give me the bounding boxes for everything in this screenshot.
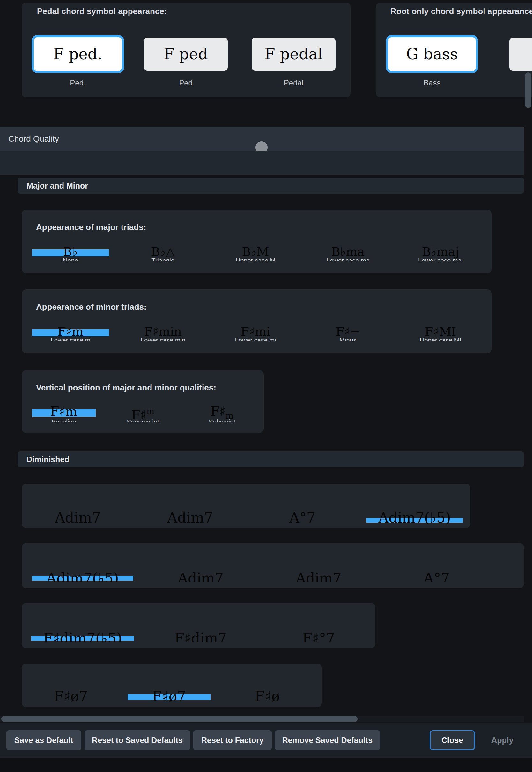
panel-heading: Appearance of minor triads:: [36, 302, 147, 312]
chord-appearance-option[interactable]: F♯°7: [260, 631, 375, 642]
chord-example: A°7: [246, 510, 358, 524]
chord-example: F♯ø7: [22, 689, 120, 702]
panel-minor-triads: Appearance of minor triads: F♯mLower cas…: [22, 289, 492, 353]
chord-example: F♯min: [117, 325, 209, 337]
chord-appearance-option[interactable]: Adim7: [142, 571, 260, 582]
chord-appearance-option[interactable]: B♭maLower case ma: [302, 246, 394, 261]
pedal-chord-appearance-label: Pedal chord symbol appearance:: [37, 6, 167, 16]
chord-example: F♯°7: [260, 631, 375, 642]
chord-appearance-option[interactable]: B♭MUpper case M: [209, 246, 302, 261]
chord-example: F♯m: [24, 405, 103, 419]
pedal-option-pedal[interactable]: F pedal: [252, 38, 336, 71]
chord-example: F♯ø: [218, 689, 316, 702]
chord-appearance-option[interactable]: F♯ø: [218, 689, 316, 702]
chord-appearance-option[interactable]: Adim7: [22, 510, 134, 524]
option-strip: Adim7Adim7A°7Adim7(♭5): [22, 510, 470, 524]
chord-example: A°7: [378, 571, 496, 582]
root-only-option-label: Bass: [386, 78, 478, 88]
root-only-option-bass[interactable]: G bass: [386, 35, 478, 73]
chord-example: F♯m: [103, 405, 182, 419]
chord-appearance-option[interactable]: A°7: [378, 571, 496, 582]
chord-appearance-option[interactable]: F♯mLower case m: [24, 325, 117, 341]
chord-appearance-option[interactable]: F♯−Minus: [302, 325, 394, 341]
chord-appearance-option[interactable]: F♯ø7: [120, 689, 218, 702]
subsection-title: Major and Minor: [26, 178, 524, 194]
chord-example: B♭maj: [394, 246, 487, 257]
chord-example: B♭△: [117, 246, 209, 257]
chord-example: F♯mi: [209, 325, 302, 337]
option-strip: F♯ø7F♯ø7F♯ø: [22, 689, 322, 702]
chord-example: Adim7: [142, 571, 260, 582]
chord-example: F♯m: [24, 325, 117, 337]
chord-appearance-option[interactable]: F♯miLower case mi: [209, 325, 302, 341]
option-label: Subscript: [182, 419, 262, 422]
panel-diminished-row-2: Adim7(♭5)Adim7Adim7A°7: [22, 543, 524, 588]
chord-example: F♯MI: [394, 325, 487, 337]
chord-example: B♭M: [209, 246, 302, 257]
option-strip: Adim7(♭5)Adim7Adim7A°7: [24, 571, 498, 582]
chord-example: Adim7: [22, 510, 134, 524]
pedal-option-label: Ped.: [32, 78, 124, 88]
remove-saved-defaults-button[interactable]: Remove Saved Defaults: [275, 730, 380, 750]
option-strip: B♭NoneB♭△TriangleB♭MUpper case MB♭maLowe…: [24, 246, 489, 261]
chord-example: B♭: [24, 246, 117, 257]
chord-appearance-option[interactable]: A°7: [246, 510, 358, 524]
bottom-edge-strip: [0, 758, 532, 772]
chord-appearance-option[interactable]: B♭None: [24, 246, 117, 261]
subsection-diminished: Diminished: [18, 451, 524, 467]
chord-example: Adim7(♭5): [24, 571, 142, 582]
option-strip: F♯mLower case mF♯minLower case minF♯miLo…: [24, 325, 489, 341]
chord-appearance-option[interactable]: F♯minLower case min: [117, 325, 209, 341]
horizontal-scrollbar-thumb[interactable]: [1, 716, 358, 722]
chord-example: F♯m: [182, 405, 262, 419]
panel-vertical-position: Vertical position of major and minor qua…: [22, 370, 264, 433]
chord-appearance-option[interactable]: F♯dim7(♭5): [24, 631, 142, 642]
panel-diminished-row-1: Adim7Adim7A°7Adim7(♭5): [22, 484, 470, 528]
chord-symbols-options-dialog: Pedal chord symbol appearance: F ped. F …: [0, 0, 532, 772]
chord-example: F♯dim7: [142, 631, 260, 642]
chord-example: Adim7: [260, 571, 378, 582]
chord-example: F♯ø7: [120, 689, 218, 702]
panel-diminished-row-3: F♯dim7(♭5)F♯dim7F♯°7: [22, 603, 375, 648]
chord-appearance-option[interactable]: Adim7: [260, 571, 378, 582]
option-strip: F♯mBaselineF♯mSuperscriptF♯mSubscript: [24, 405, 262, 422]
reset-to-factory-button[interactable]: Reset to Factory: [193, 730, 272, 750]
root-only-option-partial[interactable]: G: [509, 38, 532, 71]
pedal-option-label: Ped: [144, 78, 228, 88]
chord-appearance-option[interactable]: B♭△Triangle: [117, 246, 209, 261]
option-strip: F♯dim7(♭5)F♯dim7F♯°7: [24, 631, 375, 642]
panel-major-triads: Appearance of major triads: B♭NoneB♭△Tri…: [22, 210, 492, 273]
chord-appearance-option[interactable]: F♯mSuperscript: [103, 405, 182, 422]
chord-appearance-option[interactable]: F♯MIUpper case MI: [394, 325, 487, 341]
pedal-option-ped[interactable]: F ped: [144, 38, 228, 71]
option-label: Baseline: [24, 419, 103, 422]
chord-appearance-option[interactable]: Adim7(♭5): [358, 510, 470, 524]
close-button[interactable]: Close: [430, 730, 475, 750]
pedal-option-ped-dot[interactable]: F ped.: [32, 35, 124, 73]
root-only-chord-appearance-panel: Root only chord symbol appearance: G bas…: [376, 3, 532, 97]
panel-diminished-row-4: F♯ø7F♯ø7F♯ø: [22, 664, 322, 707]
save-as-default-button[interactable]: Save as Default: [6, 730, 81, 750]
partially-scrolled-row: [0, 151, 524, 175]
chord-appearance-option[interactable]: F♯mBaseline: [24, 405, 103, 422]
pedal-option-label: Pedal: [252, 78, 336, 88]
chord-example: F♯dim7(♭5): [24, 631, 142, 642]
chord-appearance-option[interactable]: Adim7: [134, 510, 246, 524]
apply-button[interactable]: Apply: [485, 730, 520, 750]
panel-heading: Appearance of major triads:: [36, 222, 146, 232]
chord-example: Adim7(♭5): [358, 510, 470, 524]
reset-to-saved-defaults-button[interactable]: Reset to Saved Defaults: [85, 730, 190, 750]
chord-appearance-option[interactable]: Adim7(♭5): [24, 571, 142, 582]
panel-heading: Vertical position of major and minor qua…: [36, 383, 216, 393]
chord-example: F♯−: [302, 325, 394, 337]
chord-example: Adim7: [134, 510, 246, 524]
chord-appearance-option[interactable]: F♯ø7: [22, 689, 120, 702]
vertical-scrollbar-thumb[interactable]: [525, 72, 531, 108]
chord-appearance-option[interactable]: B♭majLower case maj: [394, 246, 487, 261]
subsection-major-and-minor: Major and Minor: [18, 178, 524, 194]
root-only-chord-appearance-label: Root only chord symbol appearance:: [390, 6, 532, 16]
subsection-title: Diminished: [26, 451, 524, 467]
chord-appearance-option[interactable]: F♯mSubscript: [182, 405, 262, 422]
chord-example: B♭ma: [302, 246, 394, 257]
chord-appearance-option[interactable]: F♯dim7: [142, 631, 260, 642]
